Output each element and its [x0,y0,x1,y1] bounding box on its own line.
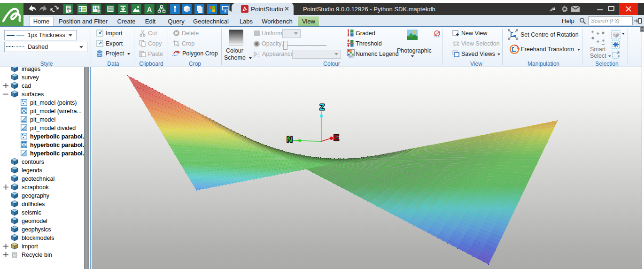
svg-text:A: A [147,6,152,13]
svg-text:E: E [334,133,339,142]
svg-text:123: 123 [349,55,354,59]
svg-text:Z: Z [319,103,324,112]
svg-text:N: N [287,135,292,144]
